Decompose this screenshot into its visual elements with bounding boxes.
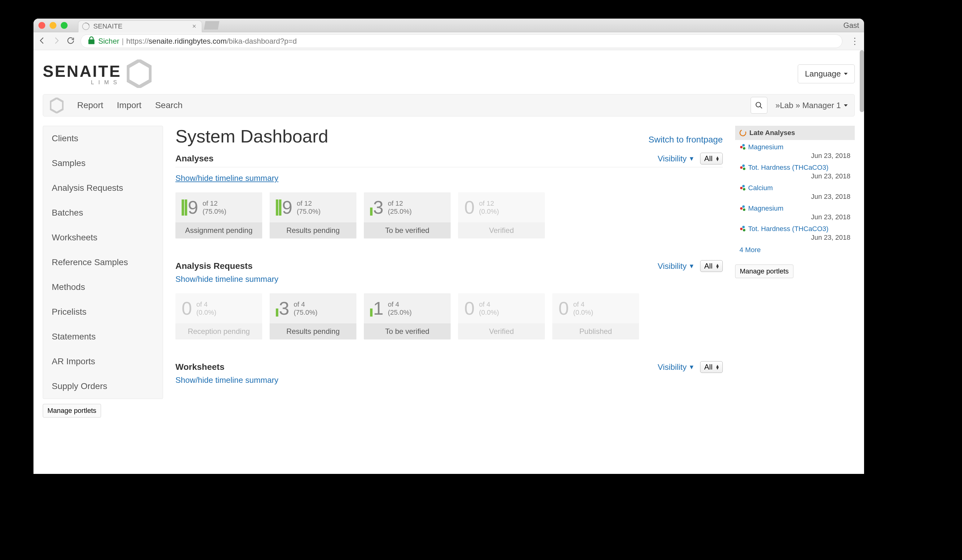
section-title: Worksheets: [176, 362, 224, 372]
sidebar-item[interactable]: Worksheets: [43, 225, 163, 250]
url-text: https://senaite.ridingbytes.com/bika-das…: [126, 37, 297, 45]
new-tab-button[interactable]: [204, 21, 220, 30]
tab-favicon: [81, 21, 91, 32]
late-analysis-link[interactable]: Magnesium: [739, 204, 851, 212]
filter-select[interactable]: All▴▾: [700, 361, 723, 373]
visibility-link[interactable]: Visibility ▼: [658, 261, 694, 271]
stat-card[interactable]: 9of 12(75.0%)Assignment pending: [176, 192, 262, 238]
nav-logo-icon[interactable]: [50, 98, 63, 113]
search-button[interactable]: [751, 97, 767, 114]
late-analysis-item: Tot. Hardness (THCaCO3): [735, 223, 855, 233]
sidebar-item[interactable]: Supply Orders: [43, 374, 163, 399]
minimize-window[interactable]: [50, 22, 56, 29]
language-button[interactable]: Language: [798, 64, 855, 83]
more-link[interactable]: 4 More: [735, 243, 855, 256]
sidebar-item[interactable]: Samples: [43, 151, 163, 175]
sidebar: ClientsSamplesAnalysis RequestsBatchesWo…: [43, 126, 163, 418]
close-tab-icon[interactable]: ×: [192, 22, 196, 31]
atom-icon: [739, 164, 746, 171]
stat-card[interactable]: 0of 4(0.0%)Published: [552, 293, 639, 340]
search-icon: [755, 101, 763, 109]
user-menu[interactable]: »Lab » Manager 1: [775, 101, 847, 110]
late-analysis-date: Jun 23, 2018: [735, 233, 855, 243]
browser-window: SENAITE × Gast Sicher | https://senaite.…: [34, 19, 864, 474]
sidebar-item[interactable]: Batches: [43, 200, 163, 225]
sidebar-item[interactable]: Analysis Requests: [43, 175, 163, 200]
profile-label[interactable]: Gast: [843, 21, 859, 30]
late-analysis-link[interactable]: Calcium: [739, 184, 851, 192]
secure-label: Sicher: [98, 37, 119, 45]
late-analysis-link[interactable]: Tot. Hardness (THCaCO3): [739, 164, 851, 172]
visibility-link[interactable]: Visibility ▼: [658, 154, 694, 164]
stat-card[interactable]: 1of 4(25.0%)To be verified: [364, 293, 450, 340]
logo[interactable]: SENAITE LIMS: [43, 60, 152, 88]
late-analysis-item: Calcium: [735, 182, 855, 193]
section-title: Analysis Requests: [176, 261, 253, 271]
reload-button[interactable]: [66, 36, 75, 46]
forward-button[interactable]: [52, 36, 61, 46]
late-analysis-item: Magnesium: [735, 141, 855, 152]
svg-marker-1: [50, 98, 63, 113]
stat-card[interactable]: 3of 12(25.0%)To be verified: [364, 192, 450, 238]
late-analysis-link[interactable]: Tot. Hardness (THCaCO3): [739, 225, 851, 233]
manage-portlets-button[interactable]: Manage portlets: [43, 404, 101, 418]
toggle-timeline-link[interactable]: Show/hide timeline summary: [176, 375, 278, 385]
sidebar-item[interactable]: Reference Samples: [43, 250, 163, 275]
logo-text: SENAITE: [43, 62, 121, 80]
toggle-timeline-link[interactable]: Show/hide timeline summary: [176, 174, 278, 183]
scrollbar-thumb[interactable]: [860, 50, 864, 112]
atom-icon: [739, 185, 746, 191]
page-header: SENAITE LIMS Language: [43, 60, 855, 94]
section-title: Analyses: [176, 154, 213, 164]
right-column: Late Analyses MagnesiumJun 23, 2018Tot. …: [735, 126, 855, 278]
stat-card[interactable]: 0of 4(0.0%)Reception pending: [176, 293, 262, 340]
late-icon: [739, 129, 747, 137]
filter-select[interactable]: All▴▾: [700, 153, 723, 164]
late-analysis-date: Jun 23, 2018: [735, 152, 855, 162]
late-analysis-item: Tot. Hardness (THCaCO3): [735, 162, 855, 172]
late-analysis-date: Jun 23, 2018: [735, 213, 855, 223]
nav-search[interactable]: Search: [155, 100, 182, 110]
page-title: System Dashboard Switch to frontpage: [176, 126, 723, 146]
late-analysis-date: Jun 23, 2018: [735, 193, 855, 203]
late-analysis-date: Jun 23, 2018: [735, 172, 855, 182]
atom-icon: [739, 144, 746, 150]
toggle-timeline-link[interactable]: Show/hide timeline summary: [176, 274, 278, 284]
sidebar-item[interactable]: AR Imports: [43, 349, 163, 374]
nav-import[interactable]: Import: [117, 100, 141, 110]
window-controls: [39, 22, 68, 29]
nav-report[interactable]: Report: [77, 100, 103, 110]
portlet-header: Late Analyses: [735, 126, 855, 140]
svg-point-2: [756, 102, 760, 107]
late-analysis-item: Magnesium: [735, 203, 855, 213]
browser-tab[interactable]: SENAITE ×: [78, 21, 202, 32]
back-button[interactable]: [38, 36, 47, 46]
logo-hexagon-icon: [127, 60, 152, 88]
switch-frontpage-link[interactable]: Switch to frontpage: [648, 135, 723, 145]
main-content: System Dashboard Switch to frontpage Ana…: [176, 126, 723, 385]
late-analysis-link[interactable]: Magnesium: [739, 143, 851, 151]
lock-icon: [87, 36, 96, 47]
filter-select[interactable]: All▴▾: [700, 260, 723, 272]
stat-card[interactable]: 0of 4(0.0%)Verified: [458, 293, 545, 340]
address-bar[interactable]: Sicher | https://senaite.ridingbytes.com…: [81, 34, 843, 48]
maximize-window[interactable]: [61, 22, 68, 29]
stat-card[interactable]: 0of 12(0.0%)Verified: [458, 192, 545, 238]
svg-marker-0: [128, 60, 151, 87]
manage-portlets-button[interactable]: Manage portlets: [735, 264, 793, 278]
url-bar: Sicher | https://senaite.ridingbytes.com…: [34, 32, 864, 50]
stat-card[interactable]: 3of 4(75.0%)Results pending: [270, 293, 357, 340]
visibility-link[interactable]: Visibility ▼: [658, 362, 694, 372]
browser-menu-icon[interactable]: ⋮: [851, 36, 860, 46]
sidebar-item[interactable]: Statements: [43, 324, 163, 349]
tab-title: SENAITE: [93, 22, 123, 31]
caret-down-icon: [844, 73, 847, 75]
sidebar-item[interactable]: Clients: [43, 126, 163, 151]
sidebar-item[interactable]: Pricelists: [43, 299, 163, 324]
atom-icon: [739, 226, 746, 232]
close-window[interactable]: [39, 22, 45, 29]
svg-line-3: [760, 106, 762, 108]
sidebar-item[interactable]: Methods: [43, 275, 163, 299]
stat-card[interactable]: 9of 12(75.0%)Results pending: [270, 192, 357, 238]
atom-icon: [739, 205, 746, 212]
